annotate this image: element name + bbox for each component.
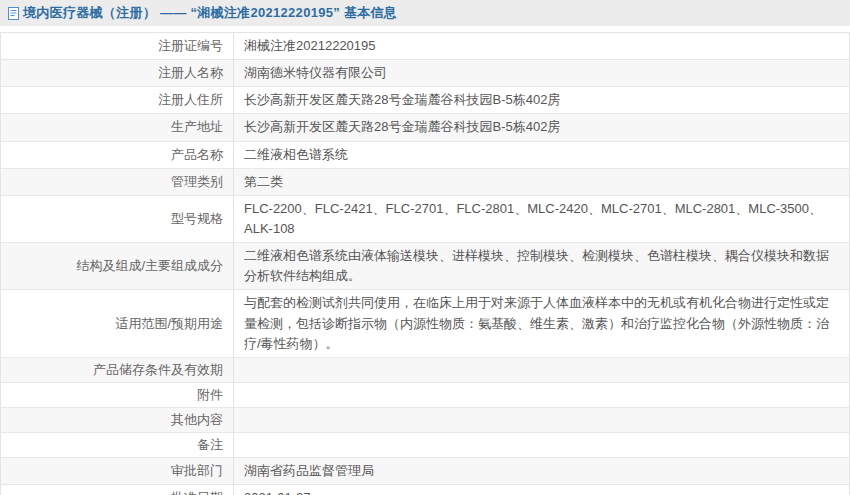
table-row: 型号规格FLC-2200、FLC-2421、FLC-2701、FLC-2801、… [1, 195, 850, 242]
row-label: 注册人住所 [1, 87, 234, 114]
registration-info-table: 注册证编号湘械注准20212220195注册人名称湖南德米特仪器有限公司注册人住… [0, 32, 850, 495]
table-row: 附件 [1, 382, 850, 407]
row-label: 注册证编号 [1, 33, 234, 60]
row-value: 第二类 [234, 168, 850, 195]
row-label: 备注 [1, 432, 234, 457]
row-label-text: 产品储存条件及有效期 [93, 362, 223, 377]
row-value [234, 357, 850, 382]
row-value: 二维液相色谱系统由液体输送模块、进样模块、控制模块、检测模块、色谱柱模块、耦合仪… [234, 243, 850, 290]
row-label: 管理类别 [1, 168, 234, 195]
row-value: 2021-01-27 [234, 484, 850, 495]
row-label-text: 附件 [197, 387, 223, 402]
row-label: 生产地址 [1, 114, 234, 141]
row-label-text: 型号规格 [171, 211, 223, 226]
row-label-text: 管理类别 [171, 174, 223, 189]
row-label-text: 备注 [197, 437, 223, 452]
row-value [234, 382, 850, 407]
table-row: 产品名称二维液相色谱系统 [1, 141, 850, 168]
table-row: 备注 [1, 432, 850, 457]
row-label: 附件 [1, 382, 234, 407]
table-row: 注册证编号湘械注准20212220195 [1, 33, 850, 60]
table-row: 批准日期2021-01-27 [1, 484, 850, 495]
row-label: 其他内容 [1, 407, 234, 432]
row-label: 产品名称 [1, 141, 234, 168]
row-label-text: 批准日期 [171, 490, 223, 495]
table-row: 审批部门湖南省药品监督管理局 [1, 457, 850, 484]
table-row: 产品储存条件及有效期 [1, 357, 850, 382]
row-value [234, 407, 850, 432]
row-value: FLC-2200、FLC-2421、FLC-2701、FLC-2801、MLC-… [234, 195, 850, 242]
row-label: 批准日期 [1, 484, 234, 495]
row-label: 审批部门 [1, 457, 234, 484]
row-value: 湘械注准20212220195 [234, 33, 850, 60]
row-label-text: 产品名称 [171, 147, 223, 162]
row-label-text: 适用范围/预期用途 [115, 316, 223, 331]
table-row: 生产地址长沙高新开发区麓天路28号金瑞麓谷科技园B-5栋402房 [1, 114, 850, 141]
table-row: 结构及组成/主要组成成分二维液相色谱系统由液体输送模块、进样模块、控制模块、检测… [1, 243, 850, 290]
row-value: 湖南德米特仪器有限公司 [234, 60, 850, 87]
row-label-text: 注册人名称 [158, 65, 223, 80]
row-label: 产品储存条件及有效期 [1, 357, 234, 382]
row-value: 与配套的检测试剂共同使用，在临床上用于对来源于人体血液样本中的无机或有机化合物进… [234, 290, 850, 357]
row-value: 长沙高新开发区麓天路28号金瑞麓谷科技园B-5栋402房 [234, 87, 850, 114]
row-value [234, 432, 850, 457]
row-label: 适用范围/预期用途 [1, 290, 234, 357]
table-row: 管理类别第二类 [1, 168, 850, 195]
row-label-text: 注册人住所 [158, 92, 223, 107]
row-label: 型号规格 [1, 195, 234, 242]
row-label: 注册人名称 [1, 60, 234, 87]
table-row: 其他内容 [1, 407, 850, 432]
row-label-text: 生产地址 [171, 119, 223, 134]
row-label-text: 注册证编号 [158, 38, 223, 53]
row-label-text: 结构及组成/主要组成成分 [76, 258, 223, 273]
row-label: 结构及组成/主要组成成分 [1, 243, 234, 290]
row-value: 二维液相色谱系统 [234, 141, 850, 168]
table-row: 适用范围/预期用途与配套的检测试剂共同使用，在临床上用于对来源于人体血液样本中的… [1, 290, 850, 357]
page-title: 境内医疗器械（注册） —— “湘械注准20212220195” 基本信息 [23, 4, 397, 22]
document-icon [8, 7, 19, 20]
row-value: 湖南省药品监督管理局 [234, 457, 850, 484]
page-header: 境内医疗器械（注册） —— “湘械注准20212220195” 基本信息 [0, 0, 850, 26]
table-row: 注册人名称湖南德米特仪器有限公司 [1, 60, 850, 87]
row-label-text: 审批部门 [171, 463, 223, 478]
table-row: 注册人住所长沙高新开发区麓天路28号金瑞麓谷科技园B-5栋402房 [1, 87, 850, 114]
row-label-text: 其他内容 [171, 412, 223, 427]
row-value: 长沙高新开发区麓天路28号金瑞麓谷科技园B-5栋402房 [234, 114, 850, 141]
